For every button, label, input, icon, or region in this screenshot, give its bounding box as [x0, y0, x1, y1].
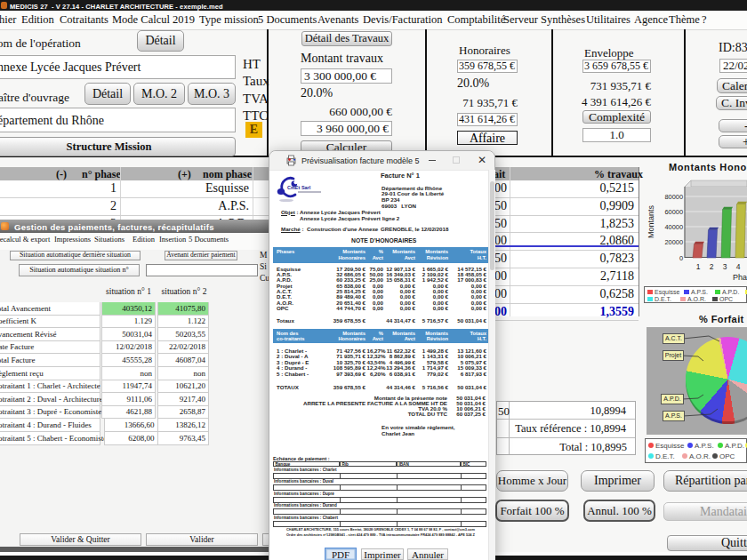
svg-text:80000: 80000 — [664, 193, 683, 201]
svg-text:60000: 60000 — [664, 208, 683, 216]
svg-text:1: 1 — [696, 262, 701, 271]
svg-text:0: 0 — [679, 254, 683, 262]
svg-text:20000: 20000 — [664, 238, 683, 246]
svg-text:Phases: Phases — [733, 273, 747, 282]
svg-text:Montants: Montants — [647, 204, 655, 238]
svg-text:40000: 40000 — [664, 223, 683, 231]
svg-text:4: 4 — [736, 262, 741, 271]
svg-text:3: 3 — [723, 262, 727, 271]
svg-text:2: 2 — [710, 262, 714, 271]
